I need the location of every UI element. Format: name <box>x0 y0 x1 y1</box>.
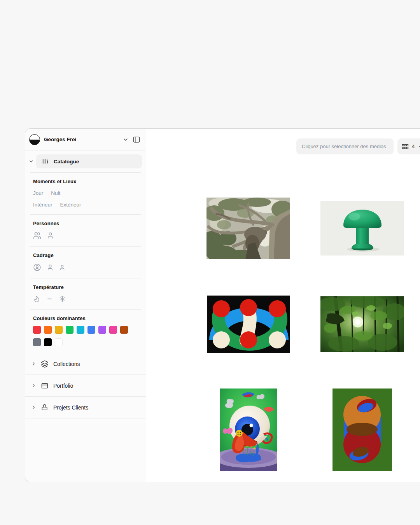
chevron-right-icon <box>28 404 38 410</box>
catalogue-collapse-chevron-icon[interactable] <box>28 159 35 164</box>
filter-section-personnes: Personnes <box>25 215 146 246</box>
filter-option-exterieur[interactable]: Extérieur <box>60 202 81 208</box>
panel-toggle-icon[interactable] <box>133 136 140 144</box>
filter-title: Température <box>33 284 138 290</box>
window-icon <box>38 382 53 390</box>
main-content: Cliquez pour sélectionner des médias 4 <box>146 129 420 482</box>
filter-section-couleurs: Couleurs dominantes <box>25 310 146 353</box>
gallery-item-overlapping-spheres-poster[interactable] <box>332 388 392 471</box>
color-swatch-yellow[interactable] <box>55 326 63 334</box>
gallery-item-green-mushroom-lamp-photo[interactable] <box>320 201 404 256</box>
filter-section-cadrage: Cadrage <box>25 247 146 278</box>
color-swatch-orange[interactable] <box>44 326 52 334</box>
catalogue-label: Catalogue <box>54 159 79 164</box>
barcode-icon <box>42 158 49 165</box>
sidebar-item-portfolio[interactable]: Portfolio <box>25 374 146 396</box>
color-swatch-brown[interactable] <box>120 326 128 334</box>
sidebar-item-label: Collections <box>53 361 80 367</box>
color-swatch-black[interactable] <box>44 338 52 346</box>
filter-title: Personnes <box>33 220 138 226</box>
lock-icon <box>38 404 53 411</box>
filter-title: Moments et Lieux <box>33 178 138 184</box>
snowflake-icon[interactable] <box>59 295 66 303</box>
grid-size-control[interactable]: 4 <box>397 138 420 154</box>
select-media-field[interactable]: Cliquez pour sélectionner des médias <box>296 138 394 154</box>
color-swatch-cyan[interactable] <box>77 326 84 334</box>
gallery-item-abstract-arcs-artwork[interactable] <box>207 296 290 353</box>
chevron-down-icon <box>418 144 420 149</box>
gallery-item-forest-sunlight-photo[interactable] <box>320 296 404 352</box>
chevron-right-icon <box>28 361 38 367</box>
user-name: Georges Frei <box>44 136 119 142</box>
grid-count: 4 <box>412 144 415 149</box>
user-icon[interactable] <box>47 232 54 239</box>
grid-icon <box>401 143 409 150</box>
filter-option-nuit[interactable]: Nuit <box>51 190 60 196</box>
chevron-down-icon[interactable] <box>122 136 129 143</box>
filter-section-temperature: Température <box>25 278 146 309</box>
sidebar: Georges Frei Catalogue Moments et Lieux <box>25 129 146 482</box>
flame-icon[interactable] <box>33 295 40 303</box>
color-swatch-blue[interactable] <box>88 326 95 334</box>
minus-icon[interactable] <box>46 295 53 303</box>
filter-option-jour[interactable]: Jour <box>33 190 43 196</box>
filter-section-moments: Moments et Lieux Jour Nuit Intérieur Ext… <box>25 173 146 214</box>
sidebar-item-label: Projets Clients <box>53 404 88 411</box>
gallery-item-eyeball-3d-artwork[interactable] <box>220 388 277 471</box>
color-swatch-gray[interactable] <box>33 338 41 346</box>
sidebar-header: Georges Frei <box>25 129 146 150</box>
sidebar-item-collections[interactable]: Collections <box>25 353 146 374</box>
layers-icon <box>38 360 53 368</box>
color-swatch-purple[interactable] <box>98 326 106 334</box>
users-icon[interactable] <box>33 231 41 240</box>
user-icon[interactable] <box>47 264 54 271</box>
filter-title: Cadrage <box>33 252 138 258</box>
sidebar-spacer <box>25 418 146 482</box>
app-window: Georges Frei Catalogue Moments et Lieux <box>25 128 420 482</box>
user-small-icon[interactable] <box>59 264 65 271</box>
color-swatch-red[interactable] <box>33 326 41 334</box>
catalogue-row: Catalogue <box>25 150 146 172</box>
color-swatch-pink[interactable] <box>109 326 117 334</box>
sidebar-item-projets-clients[interactable]: Projets Clients <box>25 396 146 418</box>
user-circle-icon[interactable] <box>33 263 41 271</box>
chevron-right-icon <box>28 383 38 388</box>
filter-title: Couleurs dominantes <box>33 315 138 321</box>
color-swatch-white[interactable] <box>55 338 63 346</box>
gallery-item-old-olive-tree-photo[interactable] <box>206 198 290 259</box>
catalogue-button[interactable]: Catalogue <box>36 154 142 168</box>
filter-option-interieur[interactable]: Intérieur <box>33 202 52 208</box>
sidebar-item-label: Portfolio <box>53 383 73 389</box>
avatar <box>29 134 40 145</box>
color-swatch-green[interactable] <box>66 326 74 334</box>
